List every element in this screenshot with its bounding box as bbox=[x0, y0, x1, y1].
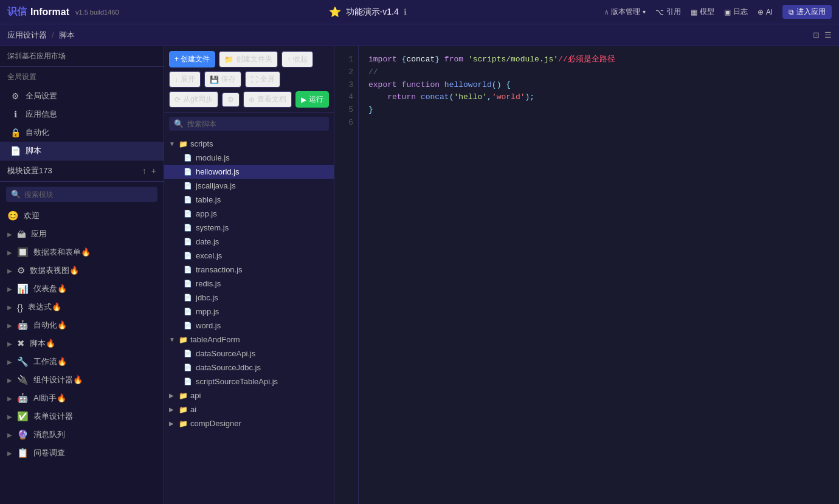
file-jdbc-js[interactable]: 📄 jdbc.js ··· bbox=[164, 291, 334, 305]
file-search-input[interactable] bbox=[187, 120, 324, 128]
run-btn[interactable]: ▶ 运行 bbox=[295, 91, 329, 108]
folder-icon5: 📁 bbox=[179, 419, 188, 428]
ai-btn[interactable]: ⊕ AI bbox=[758, 8, 773, 16]
survey-icon: 📋 bbox=[17, 447, 29, 458]
folder-chevron-down-icon2: ▼ bbox=[169, 336, 176, 343]
file-date-js[interactable]: 📄 date.js ··· bbox=[164, 235, 334, 249]
message-queue-icon: 🔮 bbox=[17, 429, 29, 440]
folder-chevron-right-icon3: ▶ bbox=[169, 420, 176, 427]
chevron-right-icon3: ▶ bbox=[7, 268, 12, 274]
create-file-btn[interactable]: + 创建文件 bbox=[169, 51, 215, 67]
folder-scripts-header[interactable]: ▼ 📁 scripts ··· bbox=[164, 137, 334, 151]
collapse-icon: ↑ bbox=[287, 55, 291, 64]
chevron-right-icon13: ▶ bbox=[7, 450, 12, 457]
module-add-icon[interactable]: + bbox=[151, 166, 156, 176]
automation-icon: 🤖 bbox=[17, 320, 29, 331]
version-mgmt-btn[interactable]: ⑃ 版本管理 ▾ bbox=[604, 7, 646, 17]
folder-tableandform-header[interactable]: ▼ 📁 tableAndForm ··· bbox=[164, 333, 334, 347]
file-transaction-js[interactable]: 📄 transaction.js ··· bbox=[164, 263, 334, 277]
lock-icon: 🔒 bbox=[10, 128, 21, 137]
sidebar-item-automation[interactable]: 🔒 自动化 bbox=[0, 123, 164, 142]
top-header: 识信 Informat v1.5 build1460 ⭐ 功能演示-v1.4 ℹ… bbox=[0, 0, 839, 24]
module-item-script[interactable]: ▶ ✖ 脚本🔥 + bbox=[0, 334, 164, 353]
log-btn[interactable]: ▣ 日志 bbox=[724, 7, 748, 17]
js-file-active-icon: 📄 bbox=[184, 168, 192, 176]
module-item-data-view[interactable]: ▶ ⚙ 数据表视图🔥 + bbox=[0, 261, 164, 280]
project-name[interactable]: 功能演示-v1.4 bbox=[346, 7, 399, 18]
info-icon[interactable]: ℹ bbox=[404, 7, 407, 17]
enter-app-btn[interactable]: ⧉ 进入应用 bbox=[782, 5, 832, 19]
layout-icon[interactable]: ⊡ bbox=[813, 30, 820, 40]
menu-icon[interactable]: ☰ bbox=[824, 30, 832, 40]
file-helloworld-js[interactable]: 📄 helloworld.js ··· bbox=[164, 165, 334, 179]
module-item-automation[interactable]: ▶ 🤖 自动化🔥 + bbox=[0, 316, 164, 334]
code-editor[interactable]: import {concat} from 'scripts/module.js'… bbox=[359, 46, 839, 504]
chevron-right-icon5: ▶ bbox=[7, 304, 12, 311]
folder-api-header[interactable]: ▶ 📁 api ··· bbox=[164, 388, 334, 402]
module-item-workflow[interactable]: ▶ 🔧 工作流🔥 + bbox=[0, 353, 164, 371]
file-jscalljava-js[interactable]: 📄 jscalljava.js ··· bbox=[164, 179, 334, 193]
sidebar-item-script[interactable]: 📄 脚本 bbox=[0, 142, 164, 160]
file-system-js[interactable]: 📄 system.js ··· bbox=[164, 221, 334, 235]
module-item-survey[interactable]: ▶ 📋 问卷调查 + bbox=[0, 444, 164, 462]
file-module-js[interactable]: 📄 module.js ··· bbox=[164, 151, 334, 165]
module-item-app[interactable]: ▶ 🏔 应用 + bbox=[0, 225, 164, 243]
file-table-js[interactable]: 📄 table.js ··· bbox=[164, 193, 334, 207]
file-scriptsourcetableapi-js[interactable]: 📄 scriptSourceTableApi.js ··· bbox=[164, 375, 334, 388]
module-item-expression[interactable]: ▶ {} 表达式🔥 + bbox=[0, 298, 164, 316]
js-file-icon15: 📄 bbox=[184, 378, 192, 385]
file-excel-js[interactable]: 📄 excel.js ··· bbox=[164, 249, 334, 263]
chevron-right-icon8: ▶ bbox=[7, 359, 12, 365]
chevron-right-icon10: ▶ bbox=[7, 395, 12, 402]
file-datasourcejdbc-js[interactable]: 📄 dataSourceJdbc.js ··· bbox=[164, 361, 334, 375]
module-search-input[interactable] bbox=[24, 190, 153, 199]
chevron-right-icon9: ▶ bbox=[7, 377, 12, 384]
editor-area: 1 2 3 4 5 6 import {concat} from 'script… bbox=[334, 46, 839, 504]
module-item-ai[interactable]: ▶ 🤖 AI助手🔥 + bbox=[0, 389, 164, 407]
docs-icon: ⊕ bbox=[249, 95, 255, 104]
app-designer-link[interactable]: 应用设计器 bbox=[7, 30, 47, 41]
create-folder-btn[interactable]: 📁 创建文件夹 bbox=[219, 51, 278, 67]
model-btn[interactable]: ▦ 模型 bbox=[691, 7, 714, 17]
sidebar-item-app-info[interactable]: ℹ 应用信息 bbox=[0, 105, 164, 123]
fullscreen-btn[interactable]: ⛶ 全屏 bbox=[245, 71, 280, 88]
chevron-right-icon11: ▶ bbox=[7, 413, 12, 420]
module-up-icon[interactable]: ↑ bbox=[142, 166, 147, 176]
reference-btn[interactable]: ⌥ 引用 bbox=[655, 7, 681, 17]
script-link[interactable]: 脚本 bbox=[59, 30, 75, 41]
code-container[interactable]: 1 2 3 4 5 6 import {concat} from 'script… bbox=[334, 46, 839, 504]
module-item-form-designer[interactable]: ▶ ✅ 表单设计器 + bbox=[0, 407, 164, 426]
subheader: 应用设计器 / 脚本 ⊡ ☰ bbox=[0, 24, 839, 46]
collapse-btn[interactable]: ↑ 收起 bbox=[281, 51, 313, 67]
module-item-comp-designer[interactable]: ▶ 🔌 组件设计器🔥 + bbox=[0, 371, 164, 389]
file-search-box[interactable]: 🔍 bbox=[169, 117, 329, 131]
module-item-dashboard[interactable]: ▶ 📊 仪表盘🔥 + bbox=[0, 280, 164, 298]
js-file-icon9: 📄 bbox=[184, 280, 192, 288]
module-item-data-table[interactable]: ▶ 🔲 数据表和表单🔥 + bbox=[0, 243, 164, 261]
sidebar-item-global-settings[interactable]: ⚙ 全局设置 bbox=[0, 87, 164, 105]
module-search-box[interactable]: 🔍 bbox=[6, 187, 157, 202]
logo-cn: 识信 bbox=[7, 5, 27, 18]
folder-compdesigner-header[interactable]: ▶ 📁 compDesigner ··· bbox=[164, 416, 334, 430]
module-item-message-queue[interactable]: ▶ 🔮 消息队列 + bbox=[0, 426, 164, 444]
expand-icon: ↓ bbox=[174, 75, 178, 84]
git-sync-btn[interactable]: ⟳ 从git同步 bbox=[169, 91, 218, 108]
file-app-js[interactable]: 📄 app.js ··· bbox=[164, 207, 334, 221]
module-item-welcome[interactable]: 😊 欢迎 + bbox=[0, 207, 164, 225]
save-btn[interactable]: 💾 保存 bbox=[204, 71, 241, 88]
file-redis-js[interactable]: 📄 redis.js ··· bbox=[164, 277, 334, 291]
file-datasourceapi-js[interactable]: 📄 dataSourceApi.js ··· bbox=[164, 347, 334, 361]
docs-btn[interactable]: ⊕ 查看文档 bbox=[243, 91, 292, 108]
folder-ai-header[interactable]: ▶ 📁 ai ··· bbox=[164, 402, 334, 416]
js-file-icon4: 📄 bbox=[184, 210, 192, 218]
settings-btn[interactable]: ⚙ bbox=[222, 92, 240, 107]
expand-btn[interactable]: ↓ 展开 bbox=[169, 71, 201, 88]
file-word-js[interactable]: 📄 word.js ··· bbox=[164, 319, 334, 333]
file-mpp-js[interactable]: 📄 mpp.js ··· bbox=[164, 305, 334, 319]
folder-open-icon: 📁 bbox=[179, 140, 188, 148]
expression-icon: {} bbox=[17, 302, 23, 312]
file-panel-toolbar: + 创建文件 📁 创建文件夹 ↑ 收起 ↓ 展开 💾 保存 ⛶ 全屏 bbox=[164, 46, 334, 113]
separator: / bbox=[52, 30, 54, 40]
version-mgmt-icon: ⑃ bbox=[604, 8, 609, 16]
settings-gear-icon: ⚙ bbox=[227, 95, 234, 104]
